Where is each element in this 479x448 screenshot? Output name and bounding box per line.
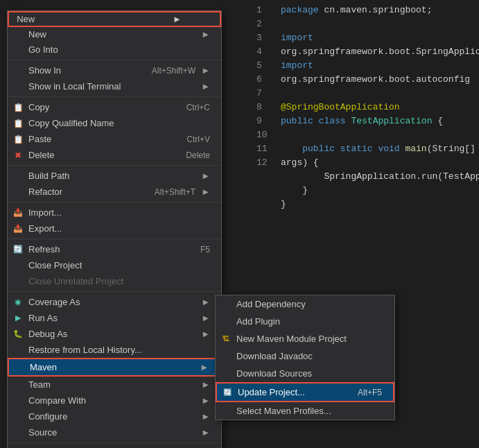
menu-item-go-into-label: Go Into xyxy=(28,44,210,55)
menu-item-delete[interactable]: ✖ Delete Delete xyxy=(8,147,221,163)
menu-item-close-unrelated[interactable]: Close Unrelated Project xyxy=(8,273,221,289)
separator-5 xyxy=(8,239,221,239)
menu-item-close-unrelated-label: Close Unrelated Project xyxy=(28,276,210,286)
submenu-item-add-dependency[interactable]: Add Dependency xyxy=(216,295,394,313)
separator-4 xyxy=(8,202,221,203)
new-gointo-label: New ► xyxy=(12,14,182,24)
paste-icon: 📋 xyxy=(12,135,24,144)
menu-arrow-show-local: ► xyxy=(201,81,210,92)
menu-item-configure[interactable]: Configure ► xyxy=(8,408,221,424)
menu-item-close-project[interactable]: Close Project xyxy=(8,257,221,273)
menu-item-go-into[interactable]: Go Into xyxy=(8,42,221,58)
debug-icon: 🐛 xyxy=(12,329,24,338)
menu-item-paste[interactable]: 📋 Paste Ctrl+V xyxy=(8,131,221,147)
menu-item-refactor-label: Refactor xyxy=(28,187,141,197)
menu-item-close-project-label: Close Project xyxy=(28,260,210,270)
refresh-icon: 🔄 xyxy=(12,245,24,254)
menu-item-copy-qualified-label: Copy Qualified Name xyxy=(28,118,210,128)
menu-item-export[interactable]: 📤 Export... xyxy=(8,221,221,236)
update-project-icon: 🔄 xyxy=(221,388,234,396)
refresh-shortcut: F5 xyxy=(200,245,210,255)
paste-shortcut: Ctrl+V xyxy=(186,135,210,144)
delete-shortcut: Delete xyxy=(186,150,210,160)
submenu-item-add-plugin[interactable]: Add Plugin xyxy=(216,313,394,330)
menu-item-delete-label: Delete xyxy=(28,150,172,160)
submenu-item-update-project[interactable]: 🔄 Update Project... Alt+F5 xyxy=(216,382,394,402)
import-icon: 📥 xyxy=(12,208,24,217)
export-icon: 📤 xyxy=(12,224,24,233)
submenu-add-dependency-label: Add Dependency xyxy=(236,299,383,309)
menu-arrow-refactor: ► xyxy=(201,187,210,197)
menu-arrow-configure: ► xyxy=(201,411,210,422)
menu-item-import[interactable]: 📥 Import... xyxy=(8,205,221,221)
menu-item-show-local-label: Show in Local Terminal xyxy=(28,81,195,92)
submenu-item-download-javadoc[interactable]: Download Javadoc xyxy=(216,347,394,365)
separator-1 xyxy=(8,60,221,60)
refactor-shortcut: Alt+Shift+T xyxy=(155,187,195,197)
menu-item-source-label: Source xyxy=(28,427,195,438)
menu-item-new[interactable]: New ► xyxy=(8,27,221,42)
menu-arrow-debug: ► xyxy=(201,329,210,339)
menu-item-copy-label: Copy xyxy=(28,102,173,112)
menu-arrow-coverage: ► xyxy=(201,297,210,307)
menu-item-run-as[interactable]: ▶ Run As ► xyxy=(8,310,221,326)
submenu-download-sources-label: Download Sources xyxy=(236,368,383,379)
submenu-item-new-maven-module[interactable]: 🏗 New Maven Module Project xyxy=(216,330,394,347)
submenu-download-javadoc-label: Download Javadoc xyxy=(236,351,383,361)
menu-item-coverage-as-label: Coverage As xyxy=(28,297,195,307)
menu-item-coverage-as[interactable]: ◉ Coverage As ► xyxy=(8,294,221,310)
submenu-item-download-sources[interactable]: Download Sources xyxy=(216,365,394,382)
coverage-icon: ◉ xyxy=(12,298,24,307)
maven-module-icon: 🏗 xyxy=(220,335,232,343)
submenu-new-maven-module-label: New Maven Module Project xyxy=(236,334,383,344)
copy-shortcut: Ctrl+C xyxy=(186,103,210,112)
menu-item-source[interactable]: Source ► xyxy=(8,424,221,440)
menu-item-refresh-label: Refresh xyxy=(28,244,186,255)
menu-item-restore-label: Restore from Local History... xyxy=(28,345,210,355)
menu-item-build-path-label: Build Path xyxy=(28,171,195,181)
menu-item-validate[interactable]: ☑ Validate xyxy=(8,445,221,448)
menu-arrow-compare: ► xyxy=(201,395,210,406)
menu-arrow-team: ► xyxy=(201,379,210,390)
menu-arrow-run: ► xyxy=(201,313,210,323)
menu-item-maven[interactable]: Maven ► xyxy=(8,358,221,377)
submenu-add-plugin-label: Add Plugin xyxy=(236,316,383,327)
separator-2 xyxy=(8,96,221,97)
menu-item-debug-as[interactable]: 🐛 Debug As ► xyxy=(8,326,221,342)
menu-item-new-label: New xyxy=(28,29,195,40)
menu-item-refactor[interactable]: Refactor Alt+Shift+T ► xyxy=(8,184,221,200)
menu-item-compare-with[interactable]: Compare With ► xyxy=(8,393,221,408)
line-numbers: 1 2 3 4 5 6 7 8 9 10 11 12 xyxy=(256,0,277,170)
menu-arrow-maven: ► xyxy=(200,362,209,372)
menu-item-team[interactable]: Team ► xyxy=(8,377,221,393)
copy-icon: 📋 xyxy=(12,103,24,112)
menu-arrow-show-in: ► xyxy=(201,65,210,76)
separator-3 xyxy=(8,165,221,166)
submenu-select-profiles-label: Select Maven Profiles... xyxy=(236,406,383,416)
menu-item-build-path[interactable]: Build Path ► xyxy=(8,168,221,184)
menu-item-refresh[interactable]: 🔄 Refresh F5 xyxy=(8,241,221,257)
menu-item-debug-as-label: Debug As xyxy=(28,329,195,339)
menu-item-copy[interactable]: 📋 Copy Ctrl+C xyxy=(8,99,221,115)
menu-item-copy-qualified[interactable]: 📋 Copy Qualified Name xyxy=(8,115,221,131)
menu-item-configure-label: Configure xyxy=(28,411,195,422)
separator-7 xyxy=(8,442,221,443)
update-project-shortcut: Alt+F5 xyxy=(358,388,382,397)
menu-arrow-source: ► xyxy=(201,427,210,438)
show-in-shortcut: Alt+Shift+W xyxy=(152,66,195,76)
menu-item-import-label: Import... xyxy=(28,207,210,218)
separator-6 xyxy=(8,291,221,292)
submenu-update-project-label: Update Project... xyxy=(238,387,344,397)
menu-item-restore-history[interactable]: Restore from Local History... xyxy=(8,342,221,358)
menu-item-show-in-label: Show In xyxy=(28,65,138,76)
menu-item-compare-label: Compare With xyxy=(28,395,195,406)
menu-item-team-label: Team xyxy=(28,379,195,390)
menu-item-show-local[interactable]: Show in Local Terminal ► xyxy=(8,78,221,94)
menu-arrow-build-path: ► xyxy=(201,171,210,181)
copy-qualified-icon: 📋 xyxy=(12,119,24,128)
submenu-item-select-profiles[interactable]: Select Maven Profiles... xyxy=(216,402,394,420)
menu-item-paste-label: Paste xyxy=(28,134,173,144)
delete-icon: ✖ xyxy=(12,150,24,160)
menu-item-show-in[interactable]: Show In Alt+Shift+W ► xyxy=(8,62,221,78)
menu-item-run-as-label: Run As xyxy=(28,313,195,323)
